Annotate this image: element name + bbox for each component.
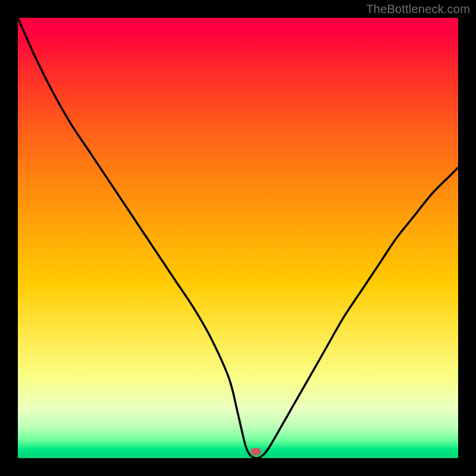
minimum-marker [250,448,261,455]
bottleneck-curve [18,18,458,458]
plot-area [18,18,458,458]
attribution-text: TheBottleneck.com [366,2,470,16]
chart-container: TheBottleneck.com [0,0,476,476]
